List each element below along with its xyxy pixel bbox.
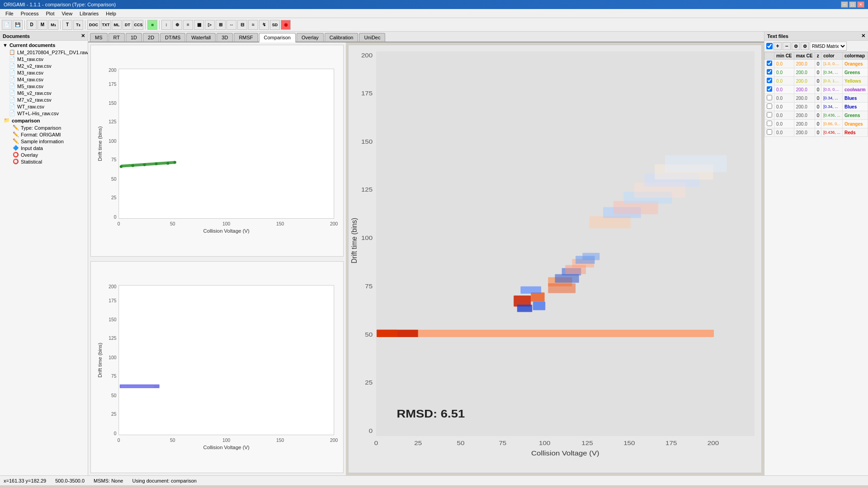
matrix-dropdown[interactable]: RMSD Matrix	[810, 42, 847, 51]
stop-btn[interactable]: ◉	[281, 20, 291, 30]
table-row[interactable]: 0.0 200.0 0 [0.0, 0.... coolwarm	[765, 85, 868, 94]
sidebar-item-m5[interactable]: 📄 M5_raw.csv	[0, 83, 88, 89]
menu-plot[interactable]: Plot	[42, 10, 58, 17]
current-docs-header[interactable]: ▼ Current documents	[0, 42, 88, 49]
sidebar-item-m6[interactable]: 📄 M6_v2_raw.csv	[0, 89, 88, 96]
col-max-ce[interactable]: max CE	[794, 52, 815, 60]
t2-btn[interactable]: T₂	[73, 20, 83, 30]
doc-btn[interactable]: DOC	[87, 20, 100, 30]
sidebar-sample-info[interactable]: ✏️ Sample information	[0, 138, 88, 145]
menu-view[interactable]: View	[58, 10, 76, 17]
row-checkbox[interactable]	[767, 69, 772, 75]
tb8[interactable]: ⊕	[172, 20, 182, 30]
row-checkbox-cell[interactable]	[765, 77, 774, 85]
table-row[interactable]: 0.0 200.0 0 [0.436, ... Greens	[765, 111, 868, 120]
tb14[interactable]: ⊟	[237, 20, 247, 30]
comparison-header[interactable]: 📁 comparison	[0, 117, 88, 124]
table-row[interactable]: 0.0 200.0 0 [1.0, 0.... Oranges	[765, 60, 868, 68]
menu-process[interactable]: Process	[17, 10, 42, 17]
row-checkbox-cell[interactable]	[765, 60, 774, 68]
sidebar-item-m7[interactable]: 📄 M7_v2_raw.csv	[0, 96, 88, 103]
row-checkbox-cell[interactable]	[765, 68, 774, 77]
sidebar-item-m3[interactable]: 📄 M3_raw.csv	[0, 69, 88, 76]
tab-unidec[interactable]: UniDec	[359, 33, 385, 42]
tab-rmsf[interactable]: RMSF	[234, 33, 258, 42]
col-z[interactable]: z	[815, 52, 821, 60]
m-btn[interactable]: M	[38, 20, 47, 30]
tb16[interactable]: ↯	[259, 20, 269, 30]
menu-file[interactable]: File	[2, 10, 17, 17]
tab-1d[interactable]: 1D	[126, 33, 142, 42]
tb12[interactable]: ⊞	[216, 20, 226, 30]
tb9[interactable]: ≡	[183, 20, 193, 30]
row-checkbox[interactable]	[767, 103, 772, 109]
text-files-close[interactable]: ✕	[861, 33, 865, 39]
table-row[interactable]: 0.0 200.0 0 [0.34, ... Blues	[765, 103, 868, 111]
title-bar-controls[interactable]: ─ □ ✕	[841, 1, 864, 8]
remove-file-btn[interactable]: −	[783, 42, 791, 50]
tab-2d[interactable]: 2D	[143, 33, 159, 42]
tb17[interactable]: SD	[270, 20, 280, 30]
row-checkbox-cell[interactable]	[765, 103, 774, 111]
col-check[interactable]	[765, 52, 774, 60]
tab-rt[interactable]: RT	[108, 33, 125, 42]
row-checkbox-cell[interactable]	[765, 111, 774, 120]
tb10[interactable]: ▦	[194, 20, 204, 30]
row-checkbox-cell[interactable]	[765, 128, 774, 137]
new-btn[interactable]: 📄	[2, 20, 12, 30]
col-color[interactable]: color	[821, 52, 843, 60]
menu-help[interactable]: Help	[102, 10, 120, 17]
close-btn[interactable]: ✕	[857, 1, 864, 8]
table-row[interactable]: 0.0 200.0 0 [0.34, ... Greens	[765, 68, 868, 77]
tab-overlay[interactable]: Overlay	[297, 33, 324, 42]
save-btn[interactable]: 💾	[13, 20, 23, 30]
sidebar-input-data[interactable]: 🔷 Input data	[0, 145, 88, 151]
row-checkbox-cell[interactable]	[765, 120, 774, 128]
tab-comparison[interactable]: Comparison	[259, 33, 296, 42]
ccs-btn[interactable]: CCS	[133, 20, 143, 30]
sidebar-item-wthis[interactable]: 📄 WT+L-His_raw.csv	[0, 110, 88, 117]
tb15[interactable]: ≈	[248, 20, 258, 30]
tb7[interactable]: ↕	[161, 20, 171, 30]
sidebar-statistical[interactable]: ⭕ Statistical	[0, 158, 88, 165]
table-row[interactable]: 0.0 200.0 0 [0.86, 0... Oranges	[765, 120, 868, 128]
row-checkbox-cell[interactable]	[765, 85, 774, 94]
row-checkbox[interactable]	[767, 61, 772, 66]
menu-libraries[interactable]: Libraries	[76, 10, 102, 17]
tb11[interactable]: ▷	[205, 20, 215, 30]
tab-ms[interactable]: MS	[90, 33, 108, 42]
tab-3d[interactable]: 3D	[217, 33, 233, 42]
table-row[interactable]: 0.0 200.0 0 [0.34, ... Blues	[765, 94, 868, 103]
txt-btn[interactable]: TXT	[101, 20, 111, 30]
row-checkbox[interactable]	[767, 129, 772, 135]
sidebar-item-lm[interactable]: 📋 LM_20170804_P27FL_DV1.raw	[0, 49, 88, 56]
sidebar-overlay[interactable]: ⭕ Overlay	[0, 151, 88, 158]
table-row[interactable]: 0.0 200.0 0 [0.0, 1.... Yellows	[765, 77, 868, 85]
sidebar-item-wt[interactable]: 📄 WT_raw.csv	[0, 103, 88, 110]
sidebar-item-m1[interactable]: 📄 M1_raw.csv	[0, 56, 88, 62]
d-btn[interactable]: D	[27, 20, 37, 30]
ml-btn[interactable]: ML	[112, 20, 122, 30]
row-checkbox[interactable]	[767, 86, 772, 92]
m1-btn[interactable]: M₁	[48, 20, 58, 30]
col-colormap[interactable]: colormap	[843, 52, 868, 60]
settings2-btn[interactable]: ⚙	[801, 42, 809, 50]
sidebar-type[interactable]: ✏️ Type: Comparison	[0, 124, 88, 131]
sidebar-item-m4[interactable]: 📄 M4_raw.csv	[0, 76, 88, 83]
row-checkbox-cell[interactable]	[765, 94, 774, 103]
add-file-btn[interactable]: +	[774, 42, 782, 50]
green-square-btn[interactable]: ■	[147, 20, 157, 30]
t-btn[interactable]: T	[62, 20, 72, 30]
tab-waterfall[interactable]: Waterfall	[186, 33, 216, 42]
sidebar-close[interactable]: ✕	[81, 33, 85, 39]
settings1-btn[interactable]: ⚙	[792, 42, 800, 50]
row-checkbox[interactable]	[767, 95, 772, 100]
row-checkbox[interactable]	[767, 112, 772, 117]
sidebar-item-m2[interactable]: 📄 M2_v2_raw.csv	[0, 62, 88, 69]
tab-dtms[interactable]: DT/MS	[160, 33, 185, 42]
sidebar-format[interactable]: ✏️ Format: ORIGAMI	[0, 131, 88, 138]
dt-btn[interactable]: DT	[123, 20, 132, 30]
all-checkbox[interactable]	[766, 43, 773, 49]
maximize-btn[interactable]: □	[849, 1, 856, 8]
row-checkbox[interactable]	[767, 121, 772, 126]
